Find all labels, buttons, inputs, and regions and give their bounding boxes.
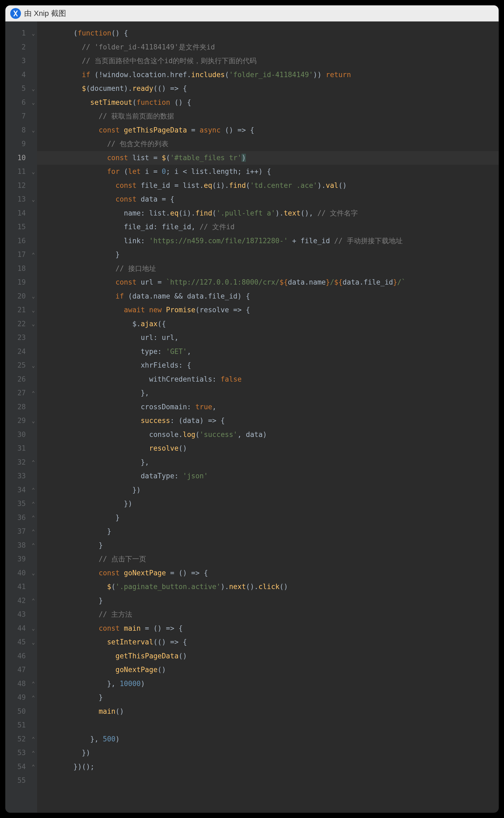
code-line[interactable]: goNextPage()	[37, 663, 499, 677]
fold-marker	[30, 275, 37, 289]
code-line[interactable]: if (data.name && data.file_id) {	[37, 289, 499, 303]
code-line[interactable]: if (!window.location.href.includes('fold…	[37, 68, 499, 82]
code-line[interactable]: xhrFields: {	[37, 358, 499, 372]
code-line[interactable]: $(document).ready(() => {	[37, 82, 499, 96]
code-line[interactable]: // 点击下一页	[37, 552, 499, 566]
title-text: 由 Xnip 截图	[24, 10, 66, 17]
line-number: 40	[5, 566, 26, 580]
code-line[interactable]: withCredentials: false	[37, 372, 499, 386]
fold-marker[interactable]: ⌃	[30, 594, 37, 608]
code-line[interactable]: // 'folder_id-41184149'是文件夹id	[37, 40, 499, 54]
code-line[interactable]: })();	[37, 760, 499, 774]
code-line[interactable]: $('.paginate_button.active').next().clic…	[37, 580, 499, 594]
code-line[interactable]: success: (data) => {	[37, 414, 499, 428]
code-line[interactable]: }	[37, 248, 499, 262]
code-area[interactable]: (function() { // 'folder_id-41184149'是文件…	[37, 21, 499, 813]
fold-marker[interactable]: ⌄	[30, 82, 37, 96]
code-line[interactable]: },	[37, 455, 499, 469]
code-line[interactable]: const goNextPage = () => {	[37, 566, 499, 580]
code-line[interactable]: file_id: file_id, // 文件id	[37, 220, 499, 234]
code-line[interactable]: }	[37, 525, 499, 539]
code-line[interactable]: })	[37, 483, 499, 497]
line-number: 47	[5, 663, 26, 677]
line-number: 49	[5, 691, 26, 705]
fold-marker[interactable]: ⌄	[30, 26, 37, 40]
fold-marker[interactable]: ⌄	[30, 96, 37, 110]
code-line[interactable]	[37, 718, 499, 732]
code-line[interactable]: })	[37, 497, 499, 511]
fold-marker[interactable]: ⌄	[30, 635, 37, 649]
code-line[interactable]: (function() {	[37, 26, 499, 40]
code-line[interactable]: // 获取当前页面的数据	[37, 109, 499, 123]
fold-marker[interactable]: ⌃	[30, 248, 37, 262]
fold-marker[interactable]: ⌄	[30, 289, 37, 303]
fold-marker[interactable]: ⌃	[30, 539, 37, 552]
fold-marker[interactable]: ⌄	[30, 414, 37, 428]
fold-marker[interactable]: ⌃	[30, 760, 37, 774]
code-line[interactable]: url: url,	[37, 331, 499, 345]
fold-marker[interactable]: ⌄	[30, 123, 37, 137]
fold-marker[interactable]: ⌃	[30, 746, 37, 760]
code-line[interactable]: const file_id = list.eq(i).find('td.cent…	[37, 179, 499, 193]
fold-marker	[30, 442, 37, 455]
fold-marker	[30, 469, 37, 483]
line-number: 38	[5, 539, 26, 552]
fold-marker[interactable]: ⌃	[30, 732, 37, 746]
fold-marker[interactable]: ⌃	[30, 511, 37, 525]
code-line[interactable]: }, 500)	[37, 732, 499, 746]
code-line[interactable]: $.ajax({	[37, 317, 499, 331]
code-line[interactable]: setInterval(() => {	[37, 635, 499, 649]
fold-marker[interactable]: ⌄	[30, 566, 37, 580]
fold-marker[interactable]: ⌃	[30, 691, 37, 705]
code-line[interactable]: resolve()	[37, 442, 499, 455]
fold-marker[interactable]: ⌃	[30, 525, 37, 539]
code-line[interactable]: const main = () => {	[37, 622, 499, 636]
line-number: 24	[5, 345, 26, 359]
code-line[interactable]: const data = {	[37, 192, 499, 206]
fold-marker[interactable]: ⌄	[30, 303, 37, 317]
code-line[interactable]: type: 'GET',	[37, 345, 499, 359]
code-line[interactable]: crossDomain: true,	[37, 400, 499, 414]
code-line[interactable]: const list = $('#table_files tr')	[37, 151, 499, 165]
fold-marker[interactable]: ⌃	[30, 483, 37, 497]
fold-marker[interactable]: ⌄	[30, 192, 37, 206]
editor[interactable]: 1234567891011121314151617181920212223242…	[5, 21, 499, 813]
fold-marker[interactable]: ⌃	[30, 455, 37, 469]
code-line[interactable]: const getThisPageData = async () => {	[37, 123, 499, 137]
code-line[interactable]: dataType: 'json'	[37, 469, 499, 483]
fold-marker[interactable]: ⌃	[30, 386, 37, 400]
code-line[interactable]	[37, 774, 499, 788]
code-line[interactable]: }, 10000)	[37, 677, 499, 691]
fold-marker[interactable]: ⌄	[30, 317, 37, 331]
fold-marker[interactable]: ⌄	[30, 358, 37, 372]
fold-marker[interactable]: ⌃	[30, 497, 37, 511]
line-number: 44	[5, 622, 26, 636]
code-line[interactable]: const url = `http://127.0.0.1:8000/crx/$…	[37, 275, 499, 289]
code-line[interactable]: // 主方法	[37, 608, 499, 622]
code-line[interactable]: })	[37, 746, 499, 760]
line-number: 11	[5, 165, 26, 179]
line-number: 46	[5, 649, 26, 663]
code-line[interactable]: setTimeout(function () {	[37, 96, 499, 110]
code-line[interactable]: await new Promise(resolve => {	[37, 303, 499, 317]
code-line[interactable]: main()	[37, 705, 499, 719]
code-line[interactable]: console.log('success', data)	[37, 428, 499, 442]
code-line[interactable]: getThisPageData()	[37, 649, 499, 663]
fold-marker[interactable]: ⌃	[30, 677, 37, 691]
code-line[interactable]: // 当页面路径中包含这个id的时候，则执行下面的代码	[37, 54, 499, 68]
code-line[interactable]: }	[37, 539, 499, 552]
fold-marker[interactable]: ⌄	[30, 622, 37, 636]
fold-marker[interactable]: ⌄	[30, 165, 37, 179]
code-line[interactable]: // 包含文件的列表	[37, 137, 499, 151]
code-line[interactable]: }	[37, 594, 499, 608]
code-line[interactable]: link: 'https://n459.com/file/18712280-' …	[37, 234, 499, 248]
fold-gutter[interactable]: ⌄⌄⌄⌄⌄⌄⌃⌄⌄⌄⌄⌃⌄⌃⌃⌃⌃⌃⌃⌄⌃⌄⌄⌃⌃⌃⌃⌃	[30, 21, 37, 813]
code-line[interactable]: for (let i = 0; i < list.length; i++) {	[37, 165, 499, 179]
code-line[interactable]: },	[37, 386, 499, 400]
code-line[interactable]: }	[37, 691, 499, 705]
line-number: 15	[5, 220, 26, 234]
code-line[interactable]: name: list.eq(i).find('.pull-left a').te…	[37, 206, 499, 220]
code-line[interactable]: // 接口地址	[37, 262, 499, 276]
line-gutter: 1234567891011121314151617181920212223242…	[5, 21, 30, 813]
code-line[interactable]: }	[37, 511, 499, 525]
